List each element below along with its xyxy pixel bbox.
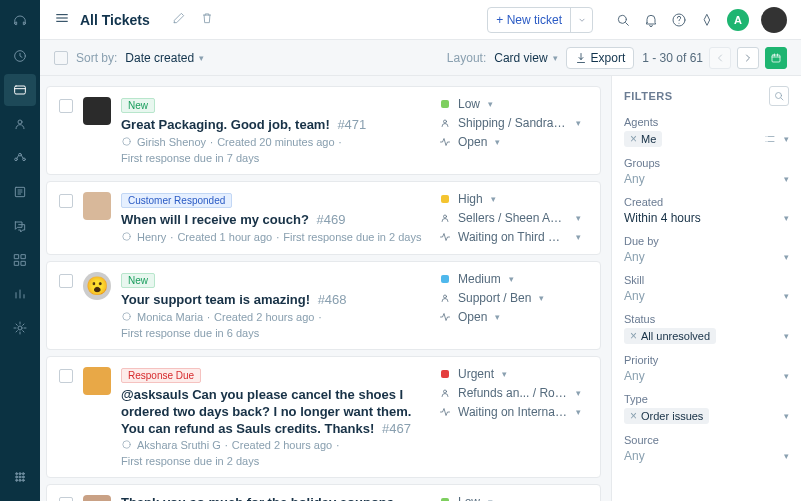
ticket-subject[interactable]: Great Packaging. Good job, team! #471 (121, 117, 428, 134)
priority-dropdown[interactable]: Low▾ (438, 97, 588, 111)
filter-value[interactable]: ×Me▾ (624, 131, 789, 147)
svg-point-28 (123, 313, 130, 320)
filter-value[interactable]: Any▾ (624, 369, 789, 383)
agent-dropdown[interactable]: Support / Ben▾ (438, 291, 588, 305)
ticket-subject[interactable]: Your support team is amazing! #468 (121, 292, 428, 309)
ticket-subject[interactable]: When will I receive my couch? #469 (121, 212, 428, 229)
requester-name: Girish Shenoy (137, 136, 206, 148)
filter-group: GroupsAny▾ (624, 157, 789, 186)
page-prev[interactable] (709, 47, 731, 69)
ticket-checkbox[interactable] (59, 369, 73, 383)
filter-chip[interactable]: ×Me (624, 131, 662, 147)
status-dropdown[interactable]: Open▾ (438, 135, 588, 149)
agent-dropdown[interactable]: Sellers / Sheen Adri...▾ (438, 211, 588, 225)
svg-point-21 (618, 15, 626, 23)
requester-avatar (83, 367, 111, 395)
select-all-checkbox[interactable] (54, 51, 68, 65)
ticket-subject[interactable]: Thank you so much for the holiday coupon… (121, 495, 428, 501)
ticket-id: #468 (314, 292, 347, 307)
filter-value[interactable]: Within 4 hours▾ (624, 211, 789, 225)
sort-dropdown[interactable]: Date created▾ (125, 51, 204, 65)
freshworks-icon[interactable] (699, 12, 715, 28)
topbar: All Tickets + New ticket A (40, 0, 801, 40)
help-icon[interactable] (671, 12, 687, 28)
source-icon (121, 231, 133, 243)
rail-solutions-icon[interactable] (4, 176, 36, 208)
filter-chip[interactable]: ×All unresolved (624, 328, 716, 344)
rail-forums-icon[interactable] (4, 210, 36, 242)
svg-point-25 (444, 120, 447, 123)
chip-remove-icon[interactable]: × (630, 330, 637, 342)
agent-dropdown[interactable]: Refunds an... / Rosaline A...▾ (438, 386, 588, 400)
status-dropdown[interactable]: Waiting on Internal team▾ (438, 405, 588, 419)
new-ticket-dropdown[interactable] (570, 8, 592, 32)
svg-rect-10 (21, 261, 25, 265)
edit-icon[interactable] (172, 11, 186, 28)
ticket-checkbox[interactable] (59, 99, 73, 113)
ticket-card[interactable]: New Great Packaging. Good job, team! #47… (46, 86, 601, 175)
agent-dropdown[interactable]: Shipping / Sandra J. ...▾ (438, 116, 588, 130)
rail-admin-icon[interactable] (4, 312, 36, 344)
filter-value[interactable]: Any▾ (624, 250, 789, 264)
calendar-view-button[interactable] (765, 47, 787, 69)
page-next[interactable] (737, 47, 759, 69)
workspace-avatar[interactable]: A (727, 9, 749, 31)
source-icon (121, 136, 133, 148)
menu-icon[interactable] (54, 10, 70, 29)
ticket-card[interactable]: Customer Responded When will I receive m… (46, 181, 601, 255)
priority-dropdown[interactable]: Low▾ (438, 495, 588, 501)
status-dropdown[interactable]: Open▾ (438, 310, 588, 324)
due-time: First response due in 2 days (283, 231, 421, 243)
svg-point-26 (123, 233, 130, 240)
ticket-card[interactable]: Thank you so much for the holiday coupon… (46, 484, 601, 501)
svg-point-12 (16, 473, 18, 475)
profile-avatar[interactable] (761, 7, 787, 33)
filter-group: SourceAny▾ (624, 434, 789, 463)
filter-value[interactable]: Any▾ (624, 449, 789, 463)
svg-point-31 (444, 390, 447, 393)
status-dropdown[interactable]: Waiting on Third Party▾ (438, 230, 588, 244)
ticket-subject[interactable]: @asksauls Can you please cancel the shoe… (121, 387, 428, 438)
priority-dropdown[interactable]: Urgent▾ (438, 367, 588, 381)
rail-launcher-icon[interactable] (4, 461, 36, 493)
filter-chip[interactable]: ×Order issues (624, 408, 709, 424)
rail-tickets-icon[interactable] (4, 74, 36, 106)
ticket-card[interactable]: 😮 New Your support team is amazing! #468… (46, 261, 601, 350)
requester-avatar (83, 97, 111, 125)
filter-group: Status×All unresolved▾ (624, 313, 789, 344)
svg-point-36 (776, 93, 782, 99)
svg-point-11 (18, 326, 22, 330)
filters-search-icon[interactable] (769, 86, 789, 106)
chip-remove-icon[interactable]: × (630, 410, 637, 422)
notifications-icon[interactable] (643, 12, 659, 28)
filter-value[interactable]: ×All unresolved▾ (624, 328, 789, 344)
requester-avatar (83, 192, 111, 220)
ticket-checkbox[interactable] (59, 497, 73, 501)
requester-name: Henry (137, 231, 166, 243)
filter-value[interactable]: ×Order issues▾ (624, 408, 789, 424)
filter-value[interactable]: Any▾ (624, 172, 789, 186)
rail-headset-icon[interactable] (4, 6, 36, 38)
priority-dropdown[interactable]: Medium▾ (438, 272, 588, 286)
rail-reports-icon[interactable] (4, 278, 36, 310)
filter-value[interactable]: Any▾ (624, 289, 789, 303)
filter-label: Agents (624, 116, 789, 128)
ticket-card[interactable]: Response Due @asksauls Can you please ca… (46, 356, 601, 479)
rail-contacts-icon[interactable] (4, 108, 36, 140)
delete-icon[interactable] (200, 11, 214, 28)
rail-apps-icon[interactable] (4, 244, 36, 276)
export-button[interactable]: Export (566, 47, 635, 69)
ticket-id: #467 (378, 421, 411, 436)
rail-social-icon[interactable] (4, 142, 36, 174)
ticket-checkbox[interactable] (59, 274, 73, 288)
svg-point-18 (16, 479, 18, 481)
ticket-checkbox[interactable] (59, 194, 73, 208)
priority-dropdown[interactable]: High▾ (438, 192, 588, 206)
new-ticket-button[interactable]: + New ticket (488, 8, 570, 32)
rail-dashboard-icon[interactable] (4, 40, 36, 72)
chip-remove-icon[interactable]: × (630, 133, 637, 145)
layout-dropdown[interactable]: Card view▾ (494, 51, 557, 65)
page-title: All Tickets (80, 12, 150, 28)
due-time: First response due in 7 days (121, 152, 259, 164)
search-icon[interactable] (615, 12, 631, 28)
